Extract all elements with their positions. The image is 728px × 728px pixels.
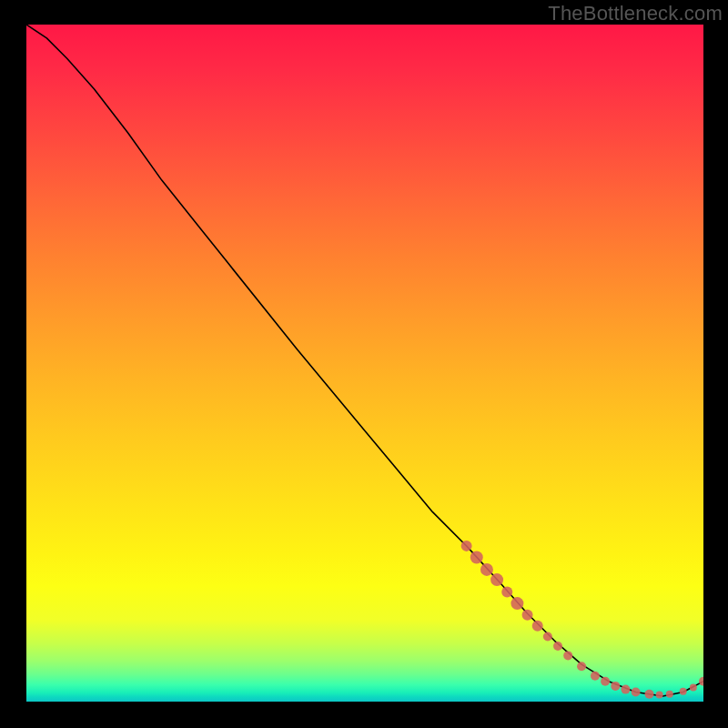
marker-point — [501, 586, 512, 597]
marker-point — [480, 563, 493, 576]
marker-point — [690, 683, 697, 691]
marker-point — [461, 541, 472, 551]
marker-point — [532, 621, 543, 632]
marker-point — [490, 573, 503, 586]
marker-point — [699, 677, 703, 686]
primary-curve — [26, 25, 703, 696]
marker-point — [470, 551, 483, 564]
marker-point — [611, 682, 620, 691]
chart-container: TheBottleneck.com — [0, 0, 728, 728]
marker-point — [621, 685, 630, 694]
marker-point — [656, 692, 663, 699]
marker-point — [511, 597, 523, 610]
marker-point — [632, 688, 641, 697]
watermark-text: TheBottleneck.com — [548, 2, 723, 25]
marker-group — [461, 541, 703, 699]
marker-point — [601, 677, 610, 686]
marker-point — [522, 610, 533, 621]
marker-point — [666, 691, 673, 698]
marker-point — [680, 688, 687, 695]
marker-point — [543, 632, 552, 642]
marker-point — [553, 642, 562, 651]
marker-point — [577, 662, 586, 671]
marker-point — [591, 672, 600, 681]
marker-point — [644, 690, 653, 699]
chart-svg-overlay — [26, 25, 703, 702]
marker-point — [563, 651, 572, 660]
